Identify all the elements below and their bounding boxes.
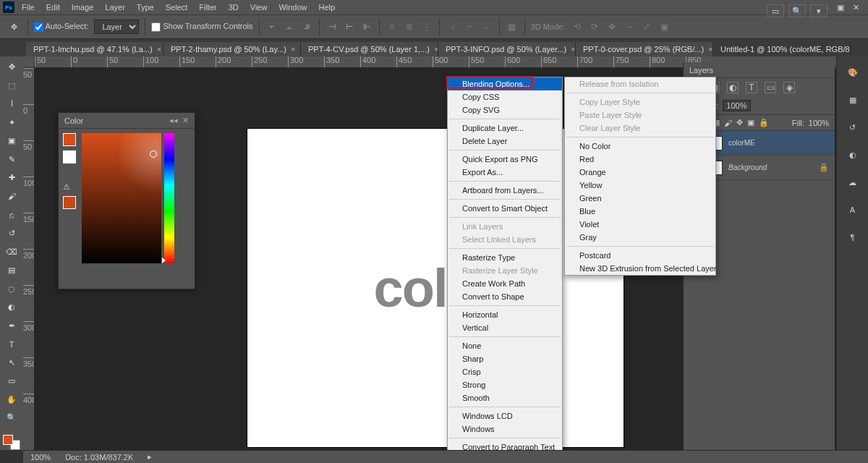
gradient-tool[interactable]: ▤ (3, 263, 20, 279)
menu-item[interactable]: Copy CSS (448, 90, 562, 103)
workspace-switcher-icon[interactable]: ▾ (810, 4, 827, 17)
menu-item[interactable]: Vertical (448, 321, 562, 334)
align-vcenter-icon[interactable]: ⫠ (283, 20, 296, 33)
color-panel-icon[interactable]: 🎨 (844, 64, 861, 81)
panel-collapse-icon[interactable]: ◂◂ (169, 116, 178, 125)
adjustments-panel-icon[interactable]: ◐ (844, 146, 861, 163)
swatches-panel-icon[interactable]: ▦ (844, 91, 861, 109)
document-tab[interactable]: PPT-2-thamy.psd @ 50% (Lay...)× (163, 42, 301, 56)
menu-item[interactable]: Violet (565, 218, 715, 231)
camera-icon[interactable]: ▣ (658, 20, 671, 33)
dist-2-icon[interactable]: ≣ (403, 20, 416, 33)
dodge-tool[interactable]: ◐ (3, 300, 20, 315)
lock-artboard-icon[interactable]: ▣ (747, 118, 754, 127)
pen-tool[interactable]: ✒ (3, 318, 20, 334)
lock-position-icon[interactable]: ✥ (736, 118, 743, 127)
menu-view[interactable]: View (244, 1, 273, 13)
menu-item[interactable]: Export As... (448, 166, 562, 179)
menu-item[interactable]: Artboard from Layers... (448, 184, 562, 197)
menu-file[interactable]: File (16, 1, 41, 13)
document-tab[interactable]: PPT-1-lmchu.psd @ 47.1% (La...)× (26, 42, 163, 56)
move-tool-icon[interactable]: ✥ (6, 19, 22, 35)
document-tab[interactable]: Untitled-1 @ 100% (colorME, RGB/8) *× (713, 42, 851, 56)
panel-close-icon[interactable]: ✕ (182, 116, 189, 125)
menu-item[interactable]: Yellow (565, 179, 715, 192)
menu-image[interactable]: Image (66, 1, 100, 13)
layer-name[interactable]: Background (728, 163, 767, 171)
opacity-value[interactable]: 100% (723, 100, 750, 111)
menu-item[interactable]: Sharp (448, 352, 562, 365)
close-icon[interactable]: ✕ (853, 3, 859, 12)
auto-select-target[interactable]: Layer (94, 20, 139, 34)
hue-slider[interactable] (164, 133, 174, 263)
search-icon[interactable]: 🔍 (788, 4, 806, 17)
filter-shape-icon[interactable]: ▭ (765, 82, 776, 93)
slide-icon[interactable]: ↔ (623, 20, 636, 33)
foreground-swatch[interactable] (63, 133, 76, 146)
lasso-tool[interactable]: ⌇ (3, 96, 20, 112)
character-panel-icon[interactable]: A (844, 201, 861, 218)
menu-item[interactable]: Crisp (448, 365, 562, 378)
align-bottom-icon[interactable]: ⫡ (300, 20, 313, 33)
menu-item[interactable]: Convert to Shape (448, 290, 562, 303)
history-panel-icon[interactable]: ↺ (844, 119, 861, 136)
layers-tab[interactable]: Layers (689, 66, 713, 75)
menu-help[interactable]: Help (313, 1, 341, 13)
filter-type-icon[interactable]: T (746, 82, 757, 93)
doc-size-chevron-icon[interactable]: ▸ (148, 452, 152, 462)
menu-item[interactable]: Duplicate Layer... (448, 122, 562, 135)
tab-close-icon[interactable]: × (291, 45, 295, 54)
lock-pixel-icon[interactable]: 🖌 (724, 119, 732, 127)
menu-edit[interactable]: Edit (41, 1, 66, 13)
document-tab[interactable]: PPT-4-CV.psd @ 50% (Layer 1,...)× (301, 42, 438, 56)
wand-tool[interactable]: ✦ (3, 115, 20, 131)
menu-item[interactable]: Copy SVG (448, 103, 562, 116)
path-tool[interactable]: ↖ (3, 355, 20, 371)
color-field[interactable] (82, 133, 161, 263)
dist-6-icon[interactable]: ⫠ (480, 20, 493, 33)
menu-item[interactable]: Delete Layer (448, 135, 562, 148)
brush-tool[interactable]: 🖌 (3, 189, 20, 205)
crop-tool[interactable]: ▣ (3, 133, 20, 149)
align-right-icon[interactable]: ⊩ (360, 20, 373, 33)
menu-item[interactable]: Horizontal (448, 308, 562, 321)
dist-5-icon[interactable]: ⫟ (463, 20, 476, 33)
tab-close-icon[interactable]: × (571, 45, 575, 54)
menu-item[interactable]: Quick Export as PNG (448, 153, 562, 166)
shape-tool[interactable]: ▭ (3, 373, 20, 389)
dist-1-icon[interactable]: ≡ (386, 20, 399, 33)
orbit-icon[interactable]: ⟲ (571, 20, 584, 33)
align-hcenter-icon[interactable]: ⊢ (343, 20, 356, 33)
menu-item[interactable]: Blending Options... (448, 77, 562, 90)
menu-item[interactable]: Postcard (565, 249, 715, 262)
paragraph-panel-icon[interactable]: ¶ (844, 229, 861, 246)
menu-item[interactable]: Smooth (448, 391, 562, 404)
move-tool[interactable]: ✥ (3, 59, 20, 75)
layer-name[interactable]: colorME (728, 139, 755, 147)
marquee-tool[interactable]: ⬚ (3, 78, 20, 94)
arrange-icon[interactable]: ▦ (506, 20, 519, 33)
history-tool[interactable]: ↺ (3, 226, 20, 242)
auto-select-checkbox[interactable]: Auto-Select: (34, 22, 88, 32)
menu-window[interactable]: Window (273, 1, 312, 13)
stamp-tool[interactable]: ⎌ (3, 207, 20, 223)
menu-item[interactable]: None (448, 339, 562, 352)
menu-item[interactable]: No Color (565, 140, 715, 153)
align-top-icon[interactable]: ⫟ (265, 20, 278, 33)
document-tab[interactable]: PPT-3-INFO.psd @ 50% (Layer...)× (438, 42, 576, 56)
menu-item[interactable]: Green (565, 192, 715, 205)
menu-layer[interactable]: Layer (99, 1, 131, 13)
libraries-panel-icon[interactable]: ☁ (844, 174, 861, 191)
gamut-swatch[interactable] (63, 196, 76, 209)
maximize-icon[interactable]: ▣ (837, 3, 844, 12)
type-tool[interactable]: T (3, 336, 20, 352)
blur-tool[interactable]: ◌ (3, 281, 20, 297)
menu-item[interactable]: New 3D Extrusion from Selected Layer (565, 262, 715, 275)
workspace-1-icon[interactable]: ▭ (767, 4, 784, 17)
roll-icon[interactable]: ⟳ (588, 20, 601, 33)
gamut-warning-icon[interactable]: ⚠ (63, 182, 79, 192)
menu-item[interactable]: Windows LCD (448, 409, 562, 422)
patch-tool[interactable]: ✚ (3, 170, 20, 186)
menu-item[interactable]: Windows (448, 422, 562, 436)
eyedrop-tool[interactable]: ✎ (3, 152, 20, 168)
